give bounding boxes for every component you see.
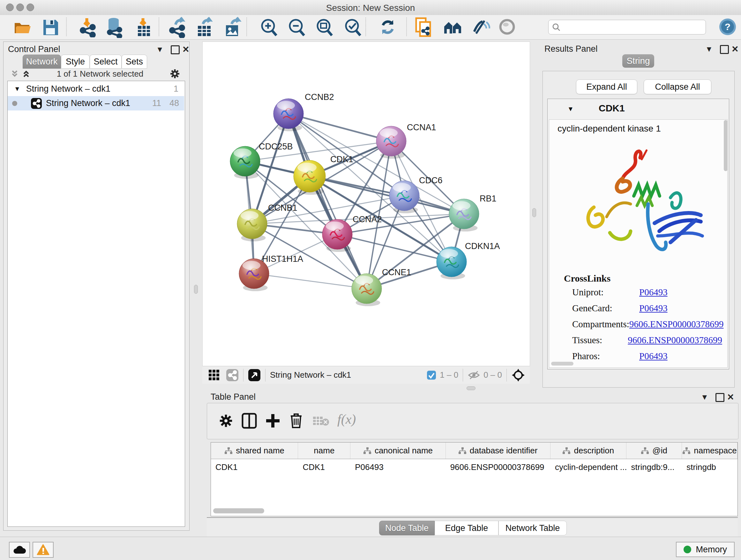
crosslink-link[interactable]: P06493: [639, 351, 668, 361]
network-view-share-icon[interactable]: [226, 369, 239, 381]
expand-all-button[interactable]: Expand All: [576, 79, 637, 94]
clone-network-icon[interactable]: [414, 17, 433, 38]
export-network-icon[interactable]: [168, 17, 187, 38]
zoom-in-icon[interactable]: [260, 17, 278, 37]
main-toolbar: ?: [0, 15, 741, 40]
card-collapse-icon[interactable]: ▼: [567, 105, 574, 113]
node-CDKN1A[interactable]: CDKN1A: [436, 241, 500, 279]
node-HIST1H1A[interactable]: HIST1H1A: [239, 254, 303, 291]
node-CDC6[interactable]: CDC6: [389, 176, 443, 213]
window-title: Session: New Session: [0, 3, 741, 13]
network-overview-icon[interactable]: [443, 19, 463, 36]
column-header-shared-name[interactable]: shared name: [211, 442, 298, 459]
import-network-file-icon[interactable]: [78, 17, 97, 37]
network-row[interactable]: String Network – cdk1 11 48: [8, 96, 184, 111]
open-session-icon[interactable]: [13, 18, 31, 36]
node-RB1[interactable]: RB1: [449, 194, 496, 232]
network-collection-row[interactable]: ▼ String Network – cdk1 1: [8, 82, 184, 96]
results-panel-close-button[interactable]: ✕: [731, 44, 739, 54]
collapse-all-button[interactable]: Collapse All: [644, 79, 711, 94]
control-panel-close-button[interactable]: ✕: [182, 44, 190, 55]
crosslink-link[interactable]: 9606.ENSP00000378699: [629, 319, 724, 329]
selected-checkbox-icon[interactable]: [426, 370, 436, 380]
table-cell[interactable]: cyclin-dependent ...: [550, 459, 627, 475]
expand-all-icon[interactable]: [21, 69, 31, 78]
collapse-all-icon[interactable]: [10, 69, 19, 78]
hidden-eye-slash-icon[interactable]: [468, 370, 480, 380]
tab-node-table[interactable]: Node Table: [379, 521, 434, 536]
function-builder-icon[interactable]: f(x): [337, 412, 356, 427]
table-panel-close-button[interactable]: ✕: [727, 392, 734, 402]
node-CCNE1[interactable]: CCNE1: [352, 267, 411, 306]
import-table-file-icon[interactable]: [135, 17, 152, 37]
svg-text:?: ?: [725, 21, 731, 32]
show-columns-icon[interactable]: [242, 413, 257, 429]
tab-string[interactable]: String: [622, 54, 654, 68]
table-panel-float-button[interactable]: [716, 393, 724, 402]
table-cell[interactable]: stringdb: [682, 459, 738, 475]
node-label-CDKN1A: CDKN1A: [465, 241, 500, 251]
memory-button[interactable]: Memory: [676, 542, 735, 557]
delete-column-icon[interactable]: [289, 412, 304, 429]
network-options-gear-icon[interactable]: [169, 68, 181, 79]
node-table: shared namenamecanonical namedatabase id…: [211, 442, 738, 516]
zoom-out-icon[interactable]: [287, 17, 306, 37]
collection-expand-icon[interactable]: ▼: [14, 85, 20, 92]
save-session-icon[interactable]: [42, 18, 59, 36]
table-cell[interactable]: stringdb:9...: [627, 459, 682, 475]
grid-view-icon[interactable]: [208, 369, 220, 381]
warnings-button[interactable]: [32, 542, 54, 558]
netbar-separator: [265, 369, 266, 381]
table-hscrollbar[interactable]: [213, 508, 264, 513]
zoom-selected-icon[interactable]: [344, 17, 362, 37]
results-vscrollbar[interactable]: [724, 120, 728, 171]
hide-graphics-icon[interactable]: [472, 17, 490, 37]
table-cell[interactable]: 9606.ENSP00000378699: [446, 459, 550, 475]
import-network-database-icon[interactable]: [105, 17, 125, 38]
table-cell[interactable]: CDK1: [211, 459, 298, 475]
column-header-namespace[interactable]: namespace: [682, 442, 738, 459]
results-hscrollbar[interactable]: [551, 362, 574, 366]
node-CCNA1[interactable]: CCNA1: [376, 123, 436, 159]
crosslink-link[interactable]: P06493: [639, 303, 668, 314]
crosslink-link[interactable]: P06493: [639, 287, 668, 298]
edge-HIST1H1A-CCNE1[interactable]: [254, 273, 367, 289]
column-header-description[interactable]: description: [550, 442, 627, 459]
right-splitter-handle[interactable]: [532, 208, 536, 217]
delete-table-icon[interactable]: [313, 415, 330, 427]
export-image-icon[interactable]: [223, 17, 242, 38]
export-table-icon[interactable]: [195, 17, 214, 38]
column-header-name[interactable]: name: [298, 442, 350, 459]
table-cell[interactable]: CDK1: [298, 459, 351, 475]
refresh-icon[interactable]: [379, 18, 396, 36]
crosslink-link[interactable]: 9606.ENSP00000378699: [628, 335, 722, 346]
bottom-splitter-handle[interactable]: [467, 386, 475, 390]
birds-eye-toggle-icon[interactable]: [511, 368, 525, 382]
node-CDK1[interactable]: CDK1: [293, 154, 353, 195]
left-splitter-handle[interactable]: [194, 285, 198, 294]
help-icon[interactable]: ?: [719, 18, 737, 36]
add-column-icon[interactable]: [265, 413, 280, 429]
table-options-gear-icon[interactable]: [219, 414, 233, 428]
table-row[interactable]: CDK1CDK1P064939606.ENSP00000378699cyclin…: [211, 459, 738, 475]
tab-network-table[interactable]: Network Table: [498, 521, 567, 536]
results-panel-menu-arrow-icon[interactable]: ▼: [705, 45, 713, 54]
tab-edge-table[interactable]: Edge Table: [434, 521, 498, 536]
open-in-window-icon[interactable]: [248, 369, 261, 381]
control-panel-menu-arrow-icon[interactable]: ▼: [156, 45, 164, 54]
network-graph[interactable]: CCNB2 CCNA1 CDC25B: [203, 42, 530, 366]
table-panel-menu-arrow-icon[interactable]: ▼: [701, 393, 709, 401]
column-header-canonical-name[interactable]: canonical name: [350, 442, 446, 459]
column-header-@id[interactable]: @id: [626, 442, 682, 459]
control-panel-float-button[interactable]: [171, 45, 180, 54]
column-header-database-identifier[interactable]: database identifier: [446, 442, 550, 459]
show-graphics-icon[interactable]: [498, 18, 516, 36]
node-CCNB2[interactable]: CCNB2: [273, 92, 334, 131]
network-canvas[interactable]: CCNB2 CCNA1 CDC25B: [202, 42, 530, 366]
node-CDC25B[interactable]: CDC25B: [230, 142, 293, 179]
results-panel-float-button[interactable]: [720, 45, 729, 54]
search-input[interactable]: [548, 20, 706, 35]
cloud-status-button[interactable]: [9, 542, 30, 558]
zoom-fit-icon[interactable]: [315, 17, 334, 37]
table-cell[interactable]: P06493: [350, 459, 446, 475]
